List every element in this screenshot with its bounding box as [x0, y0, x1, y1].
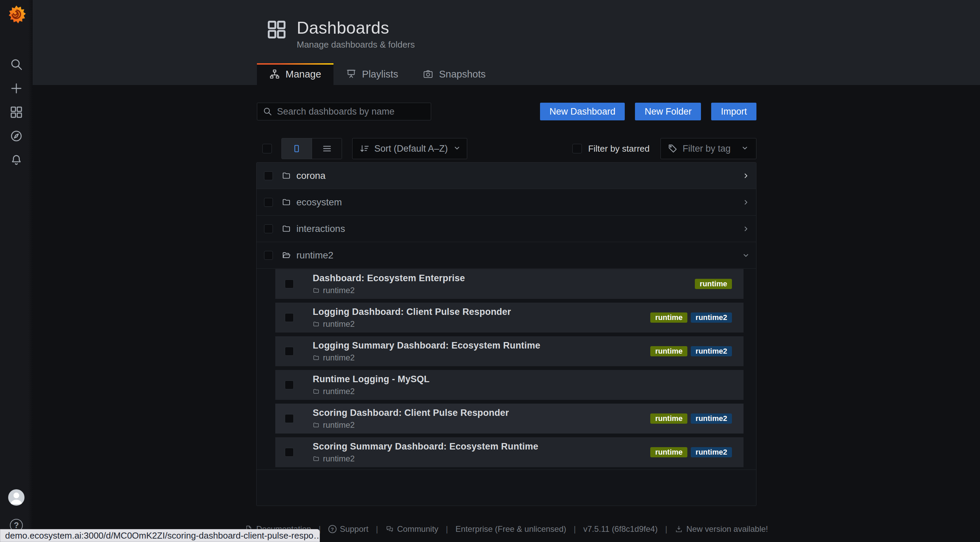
folder-icon — [313, 422, 320, 428]
dashboard-title[interactable]: Logging Dashboard: Client Pulse Responde… — [313, 307, 511, 317]
folder-checkbox[interactable] — [264, 251, 273, 260]
dashboard-title[interactable]: Scoring Summary Dashboard: Ecosystem Run… — [313, 441, 538, 452]
sort-dropdown[interactable]: Sort (Default A–Z) — [352, 138, 467, 159]
dashboard-row[interactable]: Scoring Dashboard: Client Pulse Responde… — [275, 404, 743, 434]
grafana-logo-icon[interactable] — [7, 5, 26, 24]
tag-badge[interactable]: runtime — [650, 346, 687, 357]
folder-view-toggle[interactable] — [282, 138, 312, 159]
folder-icon — [282, 198, 291, 207]
dashboard-folder: runtime2 — [323, 387, 355, 396]
dashboards-grid-icon[interactable] — [9, 105, 24, 120]
tab-label: Playlists — [362, 69, 398, 80]
tag-badge[interactable]: runtime2 — [691, 447, 732, 457]
filter-row: Sort (Default A–Z) Filter by starred Fil… — [257, 138, 756, 159]
dashboard-row[interactable]: Logging Summary Dashboard: Ecosystem Run… — [275, 336, 743, 366]
dashboard-title[interactable]: Scoring Dashboard: Client Pulse Responde… — [313, 408, 509, 418]
page-header: Dashboards Manage dashboards & folders — [266, 19, 415, 50]
search-icon[interactable] — [9, 57, 24, 72]
chevron-down-icon — [742, 251, 750, 260]
folder-checkbox[interactable] — [264, 171, 273, 180]
dashboard-checkbox[interactable] — [285, 414, 294, 423]
footer-version-text: v7.5.11 (6f8c1d9fe4) — [583, 524, 657, 534]
dashboard-checkbox[interactable] — [285, 347, 294, 356]
dashboard-title[interactable]: Logging Summary Dashboard: Ecosystem Run… — [313, 340, 540, 351]
dashboard-title[interactable]: Dashboard: Ecosystem Enterprise — [313, 273, 465, 284]
chevron-down-icon — [740, 144, 749, 154]
tag-badge[interactable]: runtime2 — [691, 414, 732, 424]
dashboard-list-panel: corona ecosystem interactions — [256, 162, 756, 506]
footer-separator: | — [665, 524, 667, 534]
grafana-dashboards-page: ? Dashboards Manage dashboards & folders… — [0, 0, 980, 542]
question-circle-icon: ? — [328, 525, 337, 533]
chevron-right-icon — [742, 225, 750, 233]
dashboard-title[interactable]: Runtime Logging - MySQL — [313, 374, 430, 385]
alerting-bell-icon[interactable] — [9, 152, 24, 167]
folder-name: interactions — [296, 223, 345, 234]
page-subtitle: Manage dashboards & folders — [297, 40, 415, 50]
new-dashboard-button[interactable]: New Dashboard — [540, 103, 625, 120]
download-icon — [675, 525, 683, 533]
folder-open-icon — [282, 250, 291, 260]
footer-community-link[interactable]: Community — [385, 524, 438, 534]
filter-starred-checkbox[interactable] — [572, 144, 582, 153]
folder-icon — [282, 224, 291, 233]
search-input[interactable] — [277, 106, 425, 117]
footer-separator: | — [574, 524, 576, 534]
dashboard-checkbox[interactable] — [285, 313, 294, 322]
explore-compass-icon[interactable] — [9, 128, 24, 144]
footer-support-link[interactable]: ? Support — [328, 524, 369, 534]
folder-row-ecosystem[interactable]: ecosystem — [256, 189, 756, 216]
dashboard-row[interactable]: Runtime Logging - MySQL runtime2 — [275, 370, 743, 400]
tag-badge[interactable]: runtime — [650, 447, 687, 457]
sidebar: ? — [0, 0, 33, 542]
tag-badge[interactable]: runtime2 — [691, 346, 732, 357]
select-all-checkbox[interactable] — [262, 144, 272, 153]
new-folder-button[interactable]: New Folder — [635, 103, 701, 120]
tag-badge[interactable]: runtime2 — [691, 312, 732, 323]
tag-icon — [668, 144, 678, 154]
user-avatar[interactable] — [8, 489, 24, 506]
dashboard-row[interactable]: Logging Dashboard: Client Pulse Responde… — [275, 303, 743, 333]
folder-checkbox[interactable] — [264, 224, 273, 233]
search-icon — [263, 107, 272, 116]
tab-manage[interactable]: Manage — [257, 63, 334, 85]
folder-icon — [313, 388, 320, 395]
tab-playlists[interactable]: Playlists — [334, 63, 410, 85]
section-divider — [256, 469, 756, 470]
tab-label: Snapshots — [439, 69, 485, 80]
dashboard-folder: runtime2 — [323, 454, 355, 463]
folder-row-corona[interactable]: corona — [256, 163, 756, 189]
folder-icon — [313, 321, 320, 328]
filter-tag-value: Filter by tag — [682, 144, 730, 154]
statusbar-url: demo.ecosystem.ai:3000/d/MC0OmK2ZI/scori… — [5, 531, 320, 541]
presentation-icon — [346, 69, 356, 79]
footer-new-version-link[interactable]: New version available! — [675, 524, 768, 534]
dashboard-checkbox[interactable] — [285, 448, 294, 456]
filter-tag-dropdown[interactable]: Filter by tag — [660, 138, 756, 159]
tag-badge[interactable]: runtime — [650, 414, 687, 424]
folder-name: runtime2 — [296, 250, 334, 261]
tab-label: Manage — [285, 69, 321, 80]
folder-icon — [313, 455, 320, 462]
tab-snapshots[interactable]: Snapshots — [410, 63, 498, 85]
search-box — [257, 103, 431, 120]
sitemap-icon — [269, 69, 280, 79]
folder-icon — [313, 354, 320, 361]
page-title: Dashboards — [297, 19, 415, 37]
folder-checkbox[interactable] — [264, 198, 273, 207]
folder-row-runtime2[interactable]: runtime2 — [256, 242, 756, 269]
dashboard-row[interactable]: Scoring Summary Dashboard: Ecosystem Run… — [275, 437, 743, 467]
folder-row-interactions[interactable]: interactions — [256, 216, 756, 242]
folder-name: ecosystem — [296, 197, 342, 208]
chat-bubbles-icon — [385, 525, 394, 533]
create-plus-icon[interactable] — [9, 81, 24, 96]
list-view-toggle[interactable] — [312, 138, 342, 159]
dashboard-checkbox[interactable] — [285, 380, 294, 389]
browser-link-statusbar: demo.ecosystem.ai:3000/d/MC0OmK2ZI/scori… — [0, 529, 320, 542]
folder-view-icon — [292, 144, 302, 154]
dashboard-row[interactable]: Dashboard: Ecosystem Enterprise runtime2… — [275, 269, 743, 299]
import-button[interactable]: Import — [711, 103, 756, 120]
dashboard-checkbox[interactable] — [285, 279, 294, 288]
tag-badge[interactable]: runtime — [695, 279, 732, 289]
tag-badge[interactable]: runtime — [650, 312, 687, 323]
